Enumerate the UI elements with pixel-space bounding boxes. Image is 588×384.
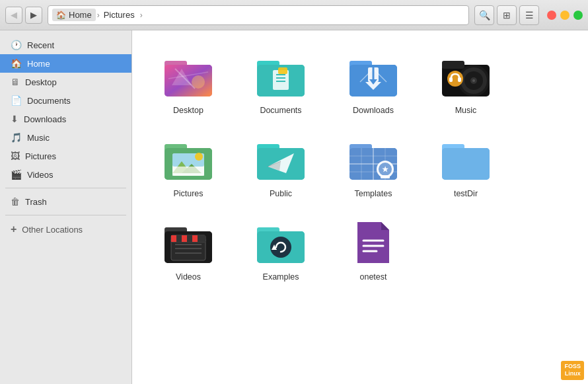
sidebar-item-home[interactable]: 🏠 Home (0, 54, 131, 73)
view-toggle-button[interactable]: ⊞ (497, 5, 517, 25)
sidebar-label-music: Music (27, 133, 50, 143)
watermark-line1: FOSS (564, 363, 581, 371)
file-item-music[interactable]: Music (423, 44, 509, 120)
file-item-videos[interactable]: Videos (145, 210, 231, 287)
sidebar-label-pictures: Pictures (25, 151, 56, 161)
documents-icon: 📄 (11, 95, 22, 106)
search-button[interactable]: 🔍 (474, 5, 494, 25)
file-item-templates[interactable]: ★ Templates (330, 127, 416, 204)
file-icon-public (254, 132, 307, 185)
sidebar-divider-2 (5, 215, 126, 215)
svg-rect-71 (171, 235, 176, 242)
downloads-icon: ⬇ (11, 114, 18, 124)
file-icon-pictures (162, 132, 215, 185)
file-icon-music (439, 49, 492, 102)
file-label-documents: Documents (260, 106, 301, 115)
file-item-documents[interactable]: Documents (238, 44, 324, 120)
sidebar-label-home: Home (27, 59, 50, 69)
file-item-public[interactable]: Public (238, 127, 324, 204)
svg-rect-14 (278, 67, 287, 74)
file-icon-documents (254, 49, 307, 102)
svg-point-31 (472, 79, 475, 82)
file-item-testdir[interactable]: testDir (423, 127, 509, 204)
file-item-onetest[interactable]: onetest (330, 210, 416, 287)
sidebar-item-recent[interactable]: 🕐 Recent (0, 36, 131, 54)
sidebar-item-desktop[interactable]: 🖥 Desktop (0, 73, 131, 91)
file-icon-videos (162, 215, 215, 268)
file-label-testdir: testDir (454, 189, 478, 198)
file-icon-testdir (439, 132, 492, 185)
sidebar-label-other-locations: Other Locations (22, 225, 83, 235)
menu-button[interactable]: ☰ (519, 5, 539, 25)
file-icon-downloads (347, 49, 400, 102)
svg-text:★: ★ (382, 165, 389, 173)
file-label-public: Public (270, 189, 292, 198)
titlebar: ◀ ▶ 🏠 Home › Pictures › 🔍 ⊞ ☰ (0, 0, 588, 30)
main-container: 🕐 Recent 🏠 Home 🖥 Desktop 📄 Documents ⬇ … (0, 30, 588, 384)
watermark-line2: Linux (564, 370, 581, 378)
breadcrumb: 🏠 Home › Pictures › (48, 5, 469, 25)
sidebar-item-trash[interactable]: 🗑 Trash (0, 192, 131, 211)
file-icon-onetest (347, 215, 400, 268)
svg-rect-76 (198, 235, 205, 242)
breadcrumb-next-icon: › (140, 11, 143, 20)
file-icon-examples (254, 215, 307, 268)
maximize-button[interactable] (573, 11, 583, 20)
music-icon: 🎵 (11, 132, 22, 143)
svg-rect-74 (187, 235, 192, 242)
sidebar-item-documents[interactable]: 📄 Documents (0, 91, 131, 110)
svg-point-5 (192, 75, 205, 89)
svg-rect-34 (458, 77, 461, 82)
file-item-pictures[interactable]: Pictures (145, 127, 231, 204)
svg-rect-43 (172, 167, 204, 176)
sidebar-item-downloads[interactable]: ⬇ Downloads (0, 110, 131, 128)
desktop-icon: 🖥 (11, 77, 20, 87)
file-label-music: Music (455, 106, 477, 115)
sidebar-label-documents: Documents (27, 96, 71, 106)
toolbar-right: 🔍 ⊞ ☰ (474, 5, 539, 25)
file-label-onetest: onetest (359, 272, 386, 282)
breadcrumb-separator: › (97, 11, 100, 20)
sidebar-item-other-locations[interactable]: + Other Locations (0, 219, 131, 239)
sidebar-label-desktop: Desktop (25, 77, 57, 87)
file-label-videos: Videos (176, 272, 201, 282)
svg-rect-26 (442, 61, 464, 69)
svg-rect-62 (381, 175, 390, 178)
file-label-downloads: Downloads (353, 106, 394, 115)
file-grid: Desktop Documents (132, 30, 588, 384)
sidebar-item-videos[interactable]: 🎬 Videos (0, 165, 131, 184)
file-label-examples: Examples (263, 272, 299, 282)
other-locations-icon: + (11, 223, 17, 235)
sidebar: 🕐 Recent 🏠 Home 🖥 Desktop 📄 Documents ⬇ … (0, 30, 132, 384)
breadcrumb-home[interactable]: 🏠 Home (52, 9, 96, 21)
window-controls (547, 11, 583, 20)
forward-button[interactable]: ▶ (25, 7, 42, 24)
pictures-icon: 🖼 (11, 151, 20, 161)
sidebar-item-music[interactable]: 🎵 Music (0, 128, 131, 147)
back-button[interactable]: ◀ (5, 7, 22, 24)
svg-point-40 (195, 153, 203, 161)
minimize-button[interactable] (560, 11, 570, 20)
file-label-pictures: Pictures (173, 189, 203, 198)
close-button[interactable] (547, 11, 556, 20)
sidebar-item-pictures[interactable]: 🖼 Pictures (0, 147, 131, 165)
sidebar-divider (5, 188, 126, 188)
svg-rect-33 (449, 77, 453, 82)
file-item-examples[interactable]: Examples (238, 210, 324, 287)
watermark: FOSS Linux (561, 361, 584, 380)
svg-rect-73 (182, 235, 187, 242)
sidebar-label-downloads: Downloads (24, 114, 66, 124)
sidebar-label-recent: Recent (27, 40, 54, 50)
breadcrumb-home-label: Home (69, 10, 92, 20)
sidebar-label-videos: Videos (27, 170, 54, 180)
file-icon-templates: ★ (347, 132, 400, 185)
file-item-downloads[interactable]: Downloads (330, 44, 416, 120)
home-icon: 🏠 (56, 11, 66, 20)
breadcrumb-pictures[interactable]: Pictures (101, 9, 137, 21)
videos-icon: 🎬 (11, 169, 22, 180)
file-label-templates: Templates (355, 189, 392, 198)
svg-rect-72 (176, 235, 182, 242)
trash-icon: 🗑 (11, 196, 20, 207)
file-item-desktop[interactable]: Desktop (145, 44, 231, 120)
sidebar-label-trash: Trash (25, 197, 47, 207)
